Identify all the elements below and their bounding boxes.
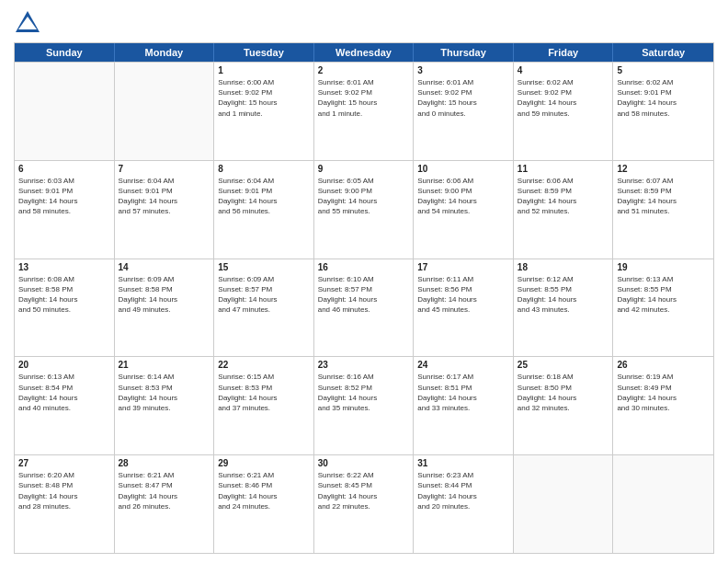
calendar-cell: 16Sunrise: 6:10 AM Sunset: 8:57 PM Dayli… (314, 259, 415, 357)
day-number: 21 (119, 360, 210, 370)
calendar-header: SundayMondayTuesdayWednesdayThursdayFrid… (15, 43, 713, 62)
day-number: 17 (417, 262, 509, 272)
calendar-week-2: 6Sunrise: 6:03 AM Sunset: 9:01 PM Daylig… (15, 160, 713, 259)
calendar-cell: 14Sunrise: 6:09 AM Sunset: 8:58 PM Dayli… (115, 259, 215, 357)
logo-icon (14, 9, 41, 37)
header-day-sunday: Sunday (15, 43, 115, 62)
day-number: 8 (218, 164, 310, 174)
day-number: 2 (318, 65, 410, 75)
calendar-cell: 29Sunrise: 6:21 AM Sunset: 8:46 PM Dayli… (214, 455, 314, 553)
cell-text: Sunrise: 6:17 AM Sunset: 8:51 PM Dayligh… (417, 372, 509, 413)
cell-text: Sunrise: 6:22 AM Sunset: 8:45 PM Dayligh… (318, 470, 410, 511)
cell-text: Sunrise: 6:20 AM Sunset: 8:48 PM Dayligh… (18, 470, 110, 511)
header-day-saturday: Saturday (613, 43, 713, 62)
cell-text: Sunrise: 6:12 AM Sunset: 8:55 PM Dayligh… (518, 274, 609, 316)
calendar-cell: 21Sunrise: 6:14 AM Sunset: 8:53 PM Dayli… (115, 357, 215, 454)
cell-text: Sunrise: 6:15 AM Sunset: 8:53 PM Dayligh… (218, 372, 310, 413)
calendar-cell: 9Sunrise: 6:05 AM Sunset: 9:00 PM Daylig… (314, 161, 415, 259)
cell-text: Sunrise: 6:02 AM Sunset: 9:01 PM Dayligh… (617, 77, 710, 119)
header (14, 9, 714, 37)
day-number: 25 (518, 360, 609, 370)
cell-text: Sunrise: 6:01 AM Sunset: 9:02 PM Dayligh… (417, 77, 509, 119)
header-day-monday: Monday (115, 43, 215, 62)
day-number: 4 (518, 65, 609, 75)
day-number: 6 (18, 164, 110, 174)
cell-text: Sunrise: 6:06 AM Sunset: 9:00 PM Dayligh… (417, 176, 509, 217)
cell-text: Sunrise: 6:05 AM Sunset: 9:00 PM Dayligh… (318, 176, 410, 217)
calendar-cell: 1Sunrise: 6:00 AM Sunset: 9:02 PM Daylig… (214, 63, 314, 160)
calendar-cell: 10Sunrise: 6:06 AM Sunset: 9:00 PM Dayli… (414, 161, 514, 259)
calendar-cell: 25Sunrise: 6:18 AM Sunset: 8:50 PM Dayli… (514, 357, 614, 454)
day-number: 10 (417, 164, 509, 174)
header-day-wednesday: Wednesday (314, 43, 415, 62)
calendar-cell: 7Sunrise: 6:04 AM Sunset: 9:01 PM Daylig… (115, 161, 215, 259)
cell-text: Sunrise: 6:01 AM Sunset: 9:02 PM Dayligh… (318, 77, 410, 119)
calendar-cell: 27Sunrise: 6:20 AM Sunset: 8:48 PM Dayli… (15, 455, 115, 553)
calendar-body: 1Sunrise: 6:00 AM Sunset: 9:02 PM Daylig… (15, 62, 713, 553)
calendar-week-3: 13Sunrise: 6:08 AM Sunset: 8:58 PM Dayli… (15, 259, 713, 357)
calendar-cell: 6Sunrise: 6:03 AM Sunset: 9:01 PM Daylig… (15, 161, 115, 259)
calendar-week-4: 20Sunrise: 6:13 AM Sunset: 8:54 PM Dayli… (15, 356, 713, 454)
day-number: 11 (518, 164, 609, 174)
day-number: 26 (617, 360, 710, 370)
cell-text: Sunrise: 6:18 AM Sunset: 8:50 PM Dayligh… (518, 372, 609, 413)
day-number: 14 (119, 262, 210, 272)
day-number: 30 (318, 458, 410, 468)
calendar-cell: 17Sunrise: 6:11 AM Sunset: 8:56 PM Dayli… (414, 259, 514, 357)
day-number: 5 (617, 65, 710, 75)
cell-text: Sunrise: 6:08 AM Sunset: 8:58 PM Dayligh… (18, 274, 110, 316)
cell-text: Sunrise: 6:21 AM Sunset: 8:47 PM Dayligh… (119, 470, 210, 511)
calendar-cell: 5Sunrise: 6:02 AM Sunset: 9:01 PM Daylig… (613, 63, 713, 160)
calendar-cell: 13Sunrise: 6:08 AM Sunset: 8:58 PM Dayli… (15, 259, 115, 357)
day-number: 27 (18, 458, 110, 468)
day-number: 15 (218, 262, 310, 272)
cell-text: Sunrise: 6:19 AM Sunset: 8:49 PM Dayligh… (617, 372, 710, 413)
cell-text: Sunrise: 6:13 AM Sunset: 8:55 PM Dayligh… (617, 274, 710, 316)
day-number: 23 (318, 360, 410, 370)
cell-text: Sunrise: 6:14 AM Sunset: 8:53 PM Dayligh… (119, 372, 210, 413)
calendar-cell: 20Sunrise: 6:13 AM Sunset: 8:54 PM Dayli… (15, 357, 115, 454)
calendar-cell: 4Sunrise: 6:02 AM Sunset: 9:02 PM Daylig… (514, 63, 614, 160)
cell-text: Sunrise: 6:06 AM Sunset: 8:59 PM Dayligh… (518, 176, 609, 217)
cell-text: Sunrise: 6:00 AM Sunset: 9:02 PM Dayligh… (218, 77, 310, 119)
calendar-cell: 11Sunrise: 6:06 AM Sunset: 8:59 PM Dayli… (514, 161, 614, 259)
calendar-cell: 30Sunrise: 6:22 AM Sunset: 8:45 PM Dayli… (314, 455, 415, 553)
cell-text: Sunrise: 6:04 AM Sunset: 9:01 PM Dayligh… (119, 176, 210, 217)
calendar-cell: 31Sunrise: 6:23 AM Sunset: 8:44 PM Dayli… (414, 455, 514, 553)
day-number: 18 (518, 262, 609, 272)
day-number: 29 (218, 458, 310, 468)
cell-text: Sunrise: 6:10 AM Sunset: 8:57 PM Dayligh… (318, 274, 410, 316)
day-number: 16 (318, 262, 410, 272)
day-number: 3 (417, 65, 509, 75)
calendar-cell (613, 455, 713, 553)
page: SundayMondayTuesdayWednesdayThursdayFrid… (0, 0, 728, 563)
day-number: 24 (417, 360, 509, 370)
calendar-cell: 23Sunrise: 6:16 AM Sunset: 8:52 PM Dayli… (314, 357, 415, 454)
day-number: 12 (617, 164, 710, 174)
calendar-cell: 19Sunrise: 6:13 AM Sunset: 8:55 PM Dayli… (613, 259, 713, 357)
cell-text: Sunrise: 6:23 AM Sunset: 8:44 PM Dayligh… (417, 470, 509, 511)
calendar-cell: 8Sunrise: 6:04 AM Sunset: 9:01 PM Daylig… (214, 161, 314, 259)
header-day-friday: Friday (514, 43, 614, 62)
day-number: 19 (617, 262, 710, 272)
calendar-cell (115, 63, 215, 160)
calendar-cell (15, 63, 115, 160)
calendar-cell (514, 455, 614, 553)
cell-text: Sunrise: 6:04 AM Sunset: 9:01 PM Dayligh… (218, 176, 310, 217)
day-number: 20 (18, 360, 110, 370)
day-number: 9 (318, 164, 410, 174)
cell-text: Sunrise: 6:09 AM Sunset: 8:57 PM Dayligh… (218, 274, 310, 316)
calendar: SundayMondayTuesdayWednesdayThursdayFrid… (14, 42, 714, 554)
calendar-cell: 28Sunrise: 6:21 AM Sunset: 8:47 PM Dayli… (115, 455, 215, 553)
calendar-cell: 26Sunrise: 6:19 AM Sunset: 8:49 PM Dayli… (613, 357, 713, 454)
cell-text: Sunrise: 6:16 AM Sunset: 8:52 PM Dayligh… (318, 372, 410, 413)
cell-text: Sunrise: 6:02 AM Sunset: 9:02 PM Dayligh… (518, 77, 609, 119)
day-number: 13 (18, 262, 110, 272)
header-day-tuesday: Tuesday (214, 43, 314, 62)
cell-text: Sunrise: 6:03 AM Sunset: 9:01 PM Dayligh… (18, 176, 110, 217)
calendar-cell: 24Sunrise: 6:17 AM Sunset: 8:51 PM Dayli… (414, 357, 514, 454)
calendar-week-1: 1Sunrise: 6:00 AM Sunset: 9:02 PM Daylig… (15, 62, 713, 160)
calendar-cell: 12Sunrise: 6:07 AM Sunset: 8:59 PM Dayli… (613, 161, 713, 259)
calendar-week-5: 27Sunrise: 6:20 AM Sunset: 8:48 PM Dayli… (15, 454, 713, 553)
cell-text: Sunrise: 6:09 AM Sunset: 8:58 PM Dayligh… (119, 274, 210, 316)
